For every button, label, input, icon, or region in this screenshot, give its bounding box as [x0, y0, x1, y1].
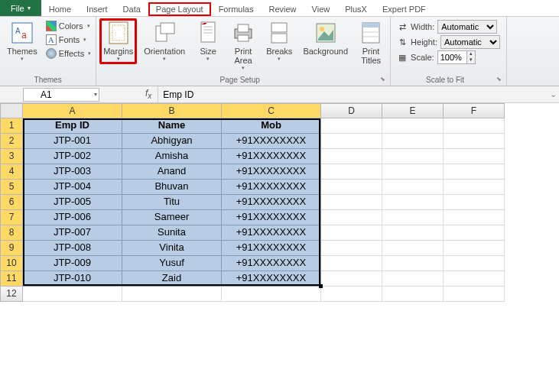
- cell-B9[interactable]: Vinita: [122, 241, 222, 256]
- cell-C10[interactable]: +91XXXXXXXX: [222, 256, 321, 271]
- cell-D2[interactable]: [321, 134, 382, 149]
- cell-B8[interactable]: Sunita: [122, 225, 222, 241]
- formula-expand[interactable]: ⌄: [547, 89, 559, 99]
- cell-C12[interactable]: [222, 287, 321, 302]
- cell-B4[interactable]: Anand: [122, 164, 222, 180]
- tab-formulas[interactable]: Formulas: [211, 2, 262, 16]
- themes-button[interactable]: Aa Themes: [3, 18, 41, 64]
- row-header-7[interactable]: 7: [0, 210, 23, 225]
- tab-home[interactable]: Home: [41, 2, 79, 16]
- fonts-button[interactable]: AFonts: [44, 34, 93, 46]
- fx-icon[interactable]: fx: [145, 88, 151, 100]
- cell-C8[interactable]: +91XXXXXXXX: [222, 225, 321, 241]
- height-select[interactable]: Automatic: [440, 35, 500, 49]
- cell-F7[interactable]: [444, 210, 505, 225]
- print-titles-button[interactable]: PrintTitles: [355, 18, 387, 67]
- cell-A11[interactable]: JTP-010: [23, 271, 122, 287]
- spin-down[interactable]: ▼: [467, 57, 475, 63]
- cell-B5[interactable]: Bhuvan: [122, 180, 222, 195]
- cell-A12[interactable]: [23, 287, 122, 302]
- cell-C1[interactable]: Mob: [222, 118, 321, 134]
- cell-F12[interactable]: [444, 287, 505, 302]
- cell-A9[interactable]: JTP-008: [23, 241, 122, 256]
- cell-F2[interactable]: [444, 134, 505, 149]
- cell-C3[interactable]: +91XXXXXXXX: [222, 149, 321, 164]
- cell-F8[interactable]: [444, 225, 505, 241]
- col-header-A[interactable]: A: [23, 103, 122, 118]
- cell-D8[interactable]: [321, 225, 382, 241]
- cell-D4[interactable]: [321, 164, 382, 180]
- group-label-scale[interactable]: Scale to Fit: [394, 75, 503, 86]
- width-select[interactable]: Automatic: [437, 20, 497, 34]
- cell-E11[interactable]: [382, 271, 444, 287]
- cell-E10[interactable]: [382, 256, 444, 271]
- cell-B1[interactable]: Name: [122, 118, 222, 134]
- row-header-3[interactable]: 3: [0, 149, 23, 164]
- name-box[interactable]: A1: [23, 88, 99, 102]
- cell-A6[interactable]: JTP-005: [23, 195, 122, 210]
- cell-C7[interactable]: +91XXXXXXXX: [222, 210, 321, 225]
- cell-B11[interactable]: Zaid: [122, 271, 222, 287]
- cell-D3[interactable]: [321, 149, 382, 164]
- cell-C11[interactable]: +91XXXXXXXX: [222, 271, 321, 287]
- cell-F11[interactable]: [444, 271, 505, 287]
- group-label-page-setup[interactable]: Page Setup: [99, 75, 387, 86]
- cell-A3[interactable]: JTP-002: [23, 149, 122, 164]
- cell-C9[interactable]: +91XXXXXXXX: [222, 241, 321, 256]
- cell-E1[interactable]: [382, 118, 444, 134]
- cell-A1[interactable]: Emp ID: [23, 118, 122, 134]
- col-header-F[interactable]: F: [444, 103, 505, 118]
- cell-D10[interactable]: [321, 256, 382, 271]
- margins-button[interactable]: Margins: [99, 18, 137, 64]
- spin-up[interactable]: ▲: [467, 51, 475, 57]
- tab-plusx[interactable]: PlusX: [337, 2, 375, 16]
- cell-F6[interactable]: [444, 195, 505, 210]
- cell-B2[interactable]: Abhigyan: [122, 134, 222, 149]
- cell-A8[interactable]: JTP-007: [23, 225, 122, 241]
- row-header-9[interactable]: 9: [0, 241, 23, 256]
- row-header-10[interactable]: 10: [0, 256, 23, 271]
- cell-B10[interactable]: Yusuf: [122, 256, 222, 271]
- tab-data[interactable]: Data: [115, 2, 148, 16]
- cell-D9[interactable]: [321, 241, 382, 256]
- cell-E5[interactable]: [382, 180, 444, 195]
- row-header-2[interactable]: 2: [0, 134, 23, 149]
- cell-C4[interactable]: +91XXXXXXXX: [222, 164, 321, 180]
- scale-input[interactable]: [437, 50, 466, 64]
- col-header-B[interactable]: B: [122, 103, 222, 118]
- orientation-button[interactable]: Orientation: [140, 18, 189, 64]
- effects-button[interactable]: Effects: [44, 47, 93, 60]
- cell-A5[interactable]: JTP-004: [23, 180, 122, 195]
- cell-F3[interactable]: [444, 149, 505, 164]
- cell-F4[interactable]: [444, 164, 505, 180]
- row-header-6[interactable]: 6: [0, 195, 23, 210]
- row-header-1[interactable]: 1: [0, 118, 23, 134]
- cell-E8[interactable]: [382, 225, 444, 241]
- col-header-E[interactable]: E: [382, 103, 444, 118]
- row-header-12[interactable]: 12: [0, 287, 23, 302]
- cell-A2[interactable]: JTP-001: [23, 134, 122, 149]
- print-area-button[interactable]: PrintArea: [227, 18, 259, 73]
- colors-button[interactable]: Colors: [44, 20, 93, 32]
- breaks-button[interactable]: Breaks: [262, 18, 296, 64]
- cell-C5[interactable]: +91XXXXXXXX: [222, 180, 321, 195]
- tab-view[interactable]: View: [304, 2, 338, 16]
- col-header-D[interactable]: D: [321, 103, 382, 118]
- cell-E7[interactable]: [382, 210, 444, 225]
- tab-page-layout[interactable]: Page Layout: [148, 2, 211, 16]
- col-header-C[interactable]: C: [222, 103, 321, 118]
- cell-D12[interactable]: [321, 287, 382, 302]
- cell-B3[interactable]: Amisha: [122, 149, 222, 164]
- cell-A10[interactable]: JTP-009: [23, 256, 122, 271]
- cell-F9[interactable]: [444, 241, 505, 256]
- cell-D5[interactable]: [321, 180, 382, 195]
- cell-E4[interactable]: [382, 164, 444, 180]
- background-button[interactable]: Background: [299, 18, 352, 58]
- row-header-8[interactable]: 8: [0, 225, 23, 241]
- cell-E12[interactable]: [382, 287, 444, 302]
- cell-F5[interactable]: [444, 180, 505, 195]
- cell-F10[interactable]: [444, 256, 505, 271]
- tab-review[interactable]: Review: [261, 2, 304, 16]
- cell-E3[interactable]: [382, 149, 444, 164]
- cell-C6[interactable]: +91XXXXXXXX: [222, 195, 321, 210]
